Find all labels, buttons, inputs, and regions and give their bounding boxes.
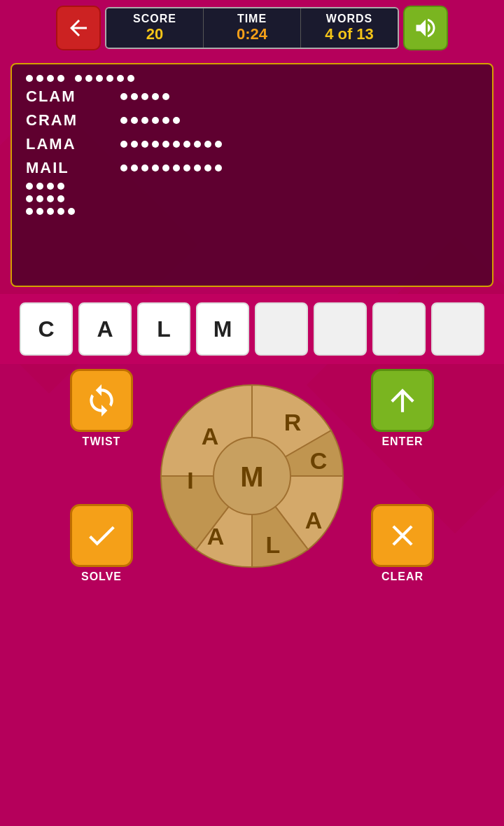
clear-icon bbox=[385, 518, 420, 553]
dots-group bbox=[120, 117, 180, 124]
svg-text:I: I bbox=[187, 467, 193, 493]
enter-icon bbox=[385, 383, 420, 418]
word-row bbox=[26, 183, 478, 190]
back-icon bbox=[66, 15, 91, 41]
input-tile-7[interactable] bbox=[431, 302, 484, 356]
time-section: TIME 0:24 bbox=[204, 8, 301, 48]
input-tile-1[interactable]: A bbox=[78, 302, 132, 356]
wheel-svg: M R C A L A I A bbox=[140, 364, 364, 588]
time-label: TIME bbox=[206, 13, 298, 25]
score-board: SCORE 20 TIME 0:24 WORDS 4 of 13 bbox=[105, 7, 399, 49]
left-buttons: TWIST SOLVE bbox=[70, 369, 133, 583]
letter-input-row: C A L M bbox=[0, 294, 504, 364]
time-value: 0:24 bbox=[206, 25, 298, 43]
words-area: CLAM CRAM LAMA MAIL bbox=[10, 63, 493, 287]
score-value: 20 bbox=[109, 25, 200, 43]
dots-group bbox=[26, 208, 75, 215]
svg-text:L: L bbox=[266, 531, 281, 558]
solve-label: SOLVE bbox=[81, 570, 122, 583]
sound-button[interactable] bbox=[403, 6, 448, 50]
clear-button[interactable]: CLEAR bbox=[371, 504, 434, 583]
word-row bbox=[26, 195, 478, 202]
score-label: SCORE bbox=[109, 13, 200, 25]
clear-icon-bg bbox=[371, 504, 434, 567]
word-row bbox=[26, 208, 478, 215]
dots-group bbox=[120, 141, 222, 148]
twist-button[interactable]: TWIST bbox=[70, 369, 133, 448]
words-section: WORDS 4 of 13 bbox=[301, 8, 398, 48]
word-text: LAMA bbox=[26, 135, 110, 153]
word-text: MAIL bbox=[26, 159, 110, 177]
twist-label: TWIST bbox=[83, 435, 121, 448]
wheel[interactable]: M R C A L A I A bbox=[140, 364, 364, 588]
word-row: CRAM bbox=[26, 111, 478, 130]
dots-group bbox=[26, 75, 64, 82]
enter-icon-bg bbox=[371, 369, 434, 432]
svg-text:C: C bbox=[310, 447, 328, 474]
header: SCORE 20 TIME 0:24 WORDS 4 of 13 bbox=[0, 0, 504, 56]
svg-text:A: A bbox=[202, 423, 219, 449]
solve-button[interactable]: SOLVE bbox=[70, 504, 133, 583]
twist-icon-bg bbox=[70, 369, 133, 432]
dots-group bbox=[120, 164, 222, 172]
words-value: 4 of 13 bbox=[304, 25, 395, 43]
solve-icon-bg bbox=[70, 504, 133, 567]
word-row bbox=[26, 75, 478, 82]
bottom-section: TWIST SOLVE bbox=[0, 364, 504, 588]
sound-icon bbox=[413, 15, 438, 41]
dots-group-2 bbox=[75, 75, 134, 82]
word-row: CLAM bbox=[26, 88, 478, 106]
word-row: MAIL bbox=[26, 159, 478, 177]
word-text: CLAM bbox=[26, 88, 110, 106]
input-tile-2[interactable]: L bbox=[137, 302, 190, 356]
input-tile-3[interactable]: M bbox=[196, 302, 249, 356]
input-tile-6[interactable] bbox=[372, 302, 426, 356]
svg-text:A: A bbox=[207, 523, 225, 550]
input-tile-0[interactable]: C bbox=[20, 302, 73, 356]
dots-group bbox=[26, 195, 64, 202]
dots-group bbox=[120, 93, 169, 100]
svg-text:M: M bbox=[240, 461, 263, 492]
back-button[interactable] bbox=[56, 6, 101, 50]
input-tile-4[interactable] bbox=[255, 302, 308, 356]
svg-text:A: A bbox=[305, 507, 323, 533]
word-text: CRAM bbox=[26, 111, 110, 130]
solve-icon bbox=[84, 518, 119, 553]
input-tile-5[interactable] bbox=[314, 302, 367, 356]
right-buttons: ENTER CLEAR bbox=[371, 369, 434, 583]
svg-text:R: R bbox=[284, 409, 302, 435]
dots-group bbox=[26, 183, 64, 190]
word-row: LAMA bbox=[26, 135, 478, 153]
enter-button[interactable]: ENTER bbox=[371, 369, 434, 448]
words-label: WORDS bbox=[304, 13, 395, 25]
score-section: SCORE 20 bbox=[106, 8, 204, 48]
twist-icon bbox=[84, 383, 119, 418]
clear-label: CLEAR bbox=[382, 570, 424, 583]
enter-label: ENTER bbox=[382, 435, 423, 448]
